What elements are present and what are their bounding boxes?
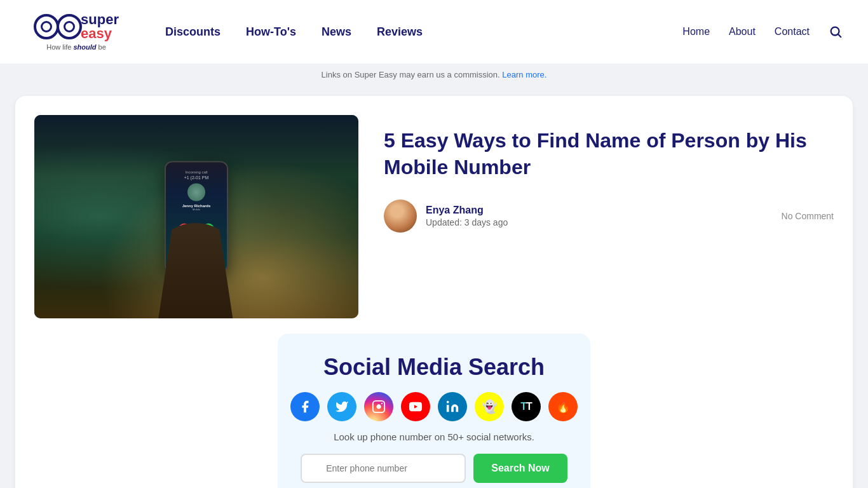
logo-text: super easy: [81, 13, 119, 41]
commission-bar: Links on Super Easy may earn us a commis…: [0, 64, 868, 86]
social-icons-row: 👻 TT 🔥: [290, 392, 578, 421]
article-top: Incoming call +1 (2-01 PM Jenny Richards…: [34, 115, 834, 318]
nav-howtos[interactable]: How-To's: [246, 25, 296, 39]
author-details: Enya Zhang Updated: 3 days ago: [426, 205, 773, 227]
nav-reviews[interactable]: Reviews: [377, 25, 423, 39]
social-section: Social Media Search: [278, 334, 590, 488]
tiktok-icon[interactable]: TT: [512, 392, 541, 421]
social-description: Look up phone number on 50+ social netwo…: [290, 431, 578, 442]
nav-news[interactable]: News: [322, 25, 351, 39]
youtube-icon[interactable]: [401, 392, 430, 421]
search-row: 🔍 Search Now: [290, 454, 578, 483]
search-button[interactable]: [829, 25, 843, 39]
snapchat-icon[interactable]: 👻: [475, 392, 504, 421]
nav-about[interactable]: About: [729, 26, 756, 37]
nav-contact[interactable]: Contact: [775, 26, 810, 37]
main-content: Incoming call +1 (2-01 PM Jenny Richards…: [0, 86, 868, 488]
main-nav: Discounts How-To's News Reviews: [165, 25, 682, 39]
svg-line-1: [838, 34, 841, 37]
search-now-button[interactable]: Search Now: [473, 454, 567, 483]
svg-point-6: [447, 401, 449, 403]
svg-rect-5: [447, 405, 449, 412]
phone-search-input[interactable]: [301, 454, 466, 483]
article-image: Incoming call +1 (2-01 PM Jenny Richards…: [34, 115, 358, 318]
twitter-icon[interactable]: [327, 392, 356, 421]
right-nav: Home About Contact: [682, 25, 843, 39]
author-updated: Updated: 3 days ago: [426, 217, 773, 227]
logo-circles: [34, 14, 77, 39]
nav-discounts[interactable]: Discounts: [165, 25, 220, 39]
nav-home[interactable]: Home: [682, 26, 710, 37]
author-row: Enya Zhang Updated: 3 days ago No Commen…: [384, 200, 834, 233]
instagram-icon[interactable]: [364, 392, 393, 421]
commission-text: Links on Super Easy may earn us a commis…: [322, 70, 500, 79]
learn-more-link[interactable]: Learn more.: [502, 70, 546, 79]
logo-tagline: How life should be: [46, 43, 106, 51]
article-title: 5 Easy Ways to Find Name of Person by Hi…: [384, 128, 834, 180]
search-input-wrapper: 🔍: [301, 454, 466, 483]
article-card: Incoming call +1 (2-01 PM Jenny Richards…: [15, 96, 853, 488]
tinder-icon[interactable]: 🔥: [548, 392, 578, 421]
article-info: 5 Easy Ways to Find Name of Person by Hi…: [384, 115, 834, 233]
author-avatar: [384, 200, 417, 233]
facebook-icon[interactable]: [290, 392, 320, 421]
social-section-title: Social Media Search: [290, 354, 578, 381]
logo[interactable]: super easy How life should be: [25, 13, 127, 51]
author-name: Enya Zhang: [426, 205, 773, 216]
search-icon: [829, 25, 843, 39]
linkedin-icon[interactable]: [438, 392, 467, 421]
header: super easy How life should be Discounts …: [0, 0, 868, 64]
no-comment: No Comment: [782, 211, 834, 221]
